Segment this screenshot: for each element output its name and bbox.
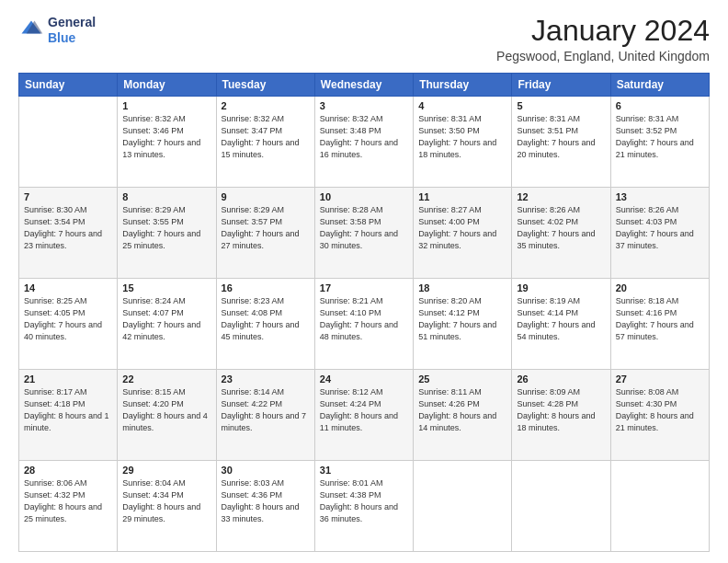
calendar-week-row: 1 Sunrise: 8:32 AMSunset: 3:46 PMDayligh…: [19, 97, 710, 188]
calendar-cell: 10 Sunrise: 8:28 AMSunset: 3:58 PMDaylig…: [314, 188, 413, 279]
day-number: 29: [122, 465, 210, 476]
day-number: 13: [616, 191, 704, 202]
calendar-cell: 17 Sunrise: 8:21 AMSunset: 4:10 PMDaylig…: [314, 279, 413, 370]
day-info: Sunrise: 8:03 AMSunset: 4:36 PMDaylight:…: [222, 477, 310, 525]
calendar-day-header: Monday: [118, 74, 216, 97]
logo: General Blue: [18, 15, 96, 46]
day-number: 7: [24, 191, 112, 202]
calendar-cell: 28 Sunrise: 8:06 AMSunset: 4:32 PMDaylig…: [19, 461, 118, 552]
logo-blue: Blue: [48, 30, 75, 45]
day-number: 23: [222, 373, 310, 385]
day-info: Sunrise: 8:23 AMSunset: 4:08 PMDaylight:…: [222, 295, 310, 343]
day-info: Sunrise: 8:31 AMSunset: 3:50 PMDaylight:…: [418, 113, 506, 161]
calendar-day-header: Saturday: [610, 74, 709, 97]
calendar-header-row: SundayMondayTuesdayWednesdayThursdayFrid…: [19, 74, 710, 97]
calendar-cell: 18 Sunrise: 8:20 AMSunset: 4:12 PMDaylig…: [414, 279, 512, 370]
day-info: Sunrise: 8:12 AMSunset: 4:24 PMDaylight:…: [320, 386, 408, 434]
calendar-cell: 3 Sunrise: 8:32 AMSunset: 3:48 PMDayligh…: [314, 97, 413, 188]
calendar-cell: 19 Sunrise: 8:19 AMSunset: 4:14 PMDaylig…: [512, 279, 610, 370]
calendar-cell: 24 Sunrise: 8:12 AMSunset: 4:24 PMDaylig…: [314, 370, 413, 461]
day-info: Sunrise: 8:17 AMSunset: 4:18 PMDaylight:…: [24, 386, 112, 434]
calendar-cell: [512, 461, 610, 552]
day-info: Sunrise: 8:20 AMSunset: 4:12 PMDaylight:…: [418, 295, 506, 343]
calendar-cell: 16 Sunrise: 8:23 AMSunset: 4:08 PMDaylig…: [216, 279, 314, 370]
day-number: 3: [320, 100, 408, 111]
calendar-cell: 7 Sunrise: 8:30 AMSunset: 3:54 PMDayligh…: [19, 188, 118, 279]
day-info: Sunrise: 8:28 AMSunset: 3:58 PMDaylight:…: [320, 204, 408, 252]
day-number: 2: [222, 100, 310, 111]
calendar-week-row: 28 Sunrise: 8:06 AMSunset: 4:32 PMDaylig…: [19, 461, 710, 552]
day-number: 25: [418, 373, 506, 385]
day-info: Sunrise: 8:04 AMSunset: 4:34 PMDaylight:…: [122, 477, 210, 525]
day-info: Sunrise: 8:11 AMSunset: 4:26 PMDaylight:…: [418, 386, 506, 434]
calendar-cell: 4 Sunrise: 8:31 AMSunset: 3:50 PMDayligh…: [414, 97, 512, 188]
calendar-week-row: 14 Sunrise: 8:25 AMSunset: 4:05 PMDaylig…: [19, 279, 710, 370]
day-number: 19: [517, 282, 605, 293]
day-number: 20: [616, 282, 704, 293]
calendar-cell: 5 Sunrise: 8:31 AMSunset: 3:51 PMDayligh…: [512, 97, 610, 188]
calendar-cell: 23 Sunrise: 8:14 AMSunset: 4:22 PMDaylig…: [216, 370, 314, 461]
day-number: 12: [517, 191, 605, 202]
day-number: 8: [122, 191, 210, 202]
calendar-cell: [610, 461, 709, 552]
day-info: Sunrise: 8:30 AMSunset: 3:54 PMDaylight:…: [24, 204, 112, 252]
calendar-cell: 11 Sunrise: 8:27 AMSunset: 4:00 PMDaylig…: [414, 188, 512, 279]
day-info: Sunrise: 8:26 AMSunset: 4:02 PMDaylight:…: [517, 204, 605, 252]
day-info: Sunrise: 8:32 AMSunset: 3:47 PMDaylight:…: [222, 113, 310, 161]
month-title: January 2024: [496, 15, 710, 47]
calendar-week-row: 21 Sunrise: 8:17 AMSunset: 4:18 PMDaylig…: [19, 370, 710, 461]
title-block: January 2024 Pegswood, England, United K…: [496, 15, 710, 63]
calendar-cell: [414, 461, 512, 552]
calendar-week-row: 7 Sunrise: 8:30 AMSunset: 3:54 PMDayligh…: [19, 188, 710, 279]
day-number: 31: [320, 465, 408, 476]
day-info: Sunrise: 8:01 AMSunset: 4:38 PMDaylight:…: [320, 477, 408, 525]
calendar-cell: 29 Sunrise: 8:04 AMSunset: 4:34 PMDaylig…: [118, 461, 216, 552]
header: General Blue January 2024 Pegswood, Engl…: [18, 15, 710, 63]
calendar-cell: 2 Sunrise: 8:32 AMSunset: 3:47 PMDayligh…: [216, 97, 314, 188]
day-number: 30: [222, 465, 310, 476]
day-number: 1: [122, 100, 210, 111]
calendar-cell: 13 Sunrise: 8:26 AMSunset: 4:03 PMDaylig…: [610, 188, 709, 279]
day-info: Sunrise: 8:29 AMSunset: 3:55 PMDaylight:…: [122, 204, 210, 252]
day-info: Sunrise: 8:25 AMSunset: 4:05 PMDaylight:…: [24, 295, 112, 343]
day-info: Sunrise: 8:27 AMSunset: 4:00 PMDaylight:…: [418, 204, 506, 252]
day-info: Sunrise: 8:09 AMSunset: 4:28 PMDaylight:…: [517, 386, 605, 434]
calendar-day-header: Wednesday: [314, 74, 413, 97]
calendar-cell: 26 Sunrise: 8:09 AMSunset: 4:28 PMDaylig…: [512, 370, 610, 461]
day-number: 11: [418, 191, 506, 202]
day-number: 28: [24, 465, 112, 476]
calendar-cell: 22 Sunrise: 8:15 AMSunset: 4:20 PMDaylig…: [118, 370, 216, 461]
calendar-day-header: Tuesday: [216, 74, 314, 97]
day-info: Sunrise: 8:08 AMSunset: 4:30 PMDaylight:…: [616, 386, 704, 434]
calendar-cell: 25 Sunrise: 8:11 AMSunset: 4:26 PMDaylig…: [414, 370, 512, 461]
day-info: Sunrise: 8:15 AMSunset: 4:20 PMDaylight:…: [122, 386, 210, 434]
calendar-cell: 15 Sunrise: 8:24 AMSunset: 4:07 PMDaylig…: [118, 279, 216, 370]
day-number: 27: [616, 373, 704, 385]
day-number: 9: [222, 191, 310, 202]
day-number: 15: [122, 282, 210, 293]
calendar-cell: 9 Sunrise: 8:29 AMSunset: 3:57 PMDayligh…: [216, 188, 314, 279]
day-number: 26: [517, 373, 605, 385]
calendar-cell: 31 Sunrise: 8:01 AMSunset: 4:38 PMDaylig…: [314, 461, 413, 552]
day-info: Sunrise: 8:32 AMSunset: 3:48 PMDaylight:…: [320, 113, 408, 161]
day-number: 16: [222, 282, 310, 293]
day-number: 6: [616, 100, 704, 111]
calendar-cell: 14 Sunrise: 8:25 AMSunset: 4:05 PMDaylig…: [19, 279, 118, 370]
calendar-cell: 30 Sunrise: 8:03 AMSunset: 4:36 PMDaylig…: [216, 461, 314, 552]
calendar-cell: 20 Sunrise: 8:18 AMSunset: 4:16 PMDaylig…: [610, 279, 709, 370]
day-number: 21: [24, 373, 112, 385]
day-number: 4: [418, 100, 506, 111]
calendar-day-header: Thursday: [414, 74, 512, 97]
calendar-cell: 12 Sunrise: 8:26 AMSunset: 4:02 PMDaylig…: [512, 188, 610, 279]
calendar-day-header: Sunday: [19, 74, 118, 97]
day-info: Sunrise: 8:18 AMSunset: 4:16 PMDaylight:…: [616, 295, 704, 343]
calendar-table: SundayMondayTuesdayWednesdayThursdayFrid…: [18, 73, 710, 552]
day-number: 17: [320, 282, 408, 293]
day-info: Sunrise: 8:24 AMSunset: 4:07 PMDaylight:…: [122, 295, 210, 343]
day-number: 22: [122, 373, 210, 385]
day-number: 14: [24, 282, 112, 293]
day-info: Sunrise: 8:14 AMSunset: 4:22 PMDaylight:…: [222, 386, 310, 434]
day-info: Sunrise: 8:29 AMSunset: 3:57 PMDaylight:…: [222, 204, 310, 252]
day-info: Sunrise: 8:21 AMSunset: 4:10 PMDaylight:…: [320, 295, 408, 343]
logo-icon: [18, 17, 44, 43]
